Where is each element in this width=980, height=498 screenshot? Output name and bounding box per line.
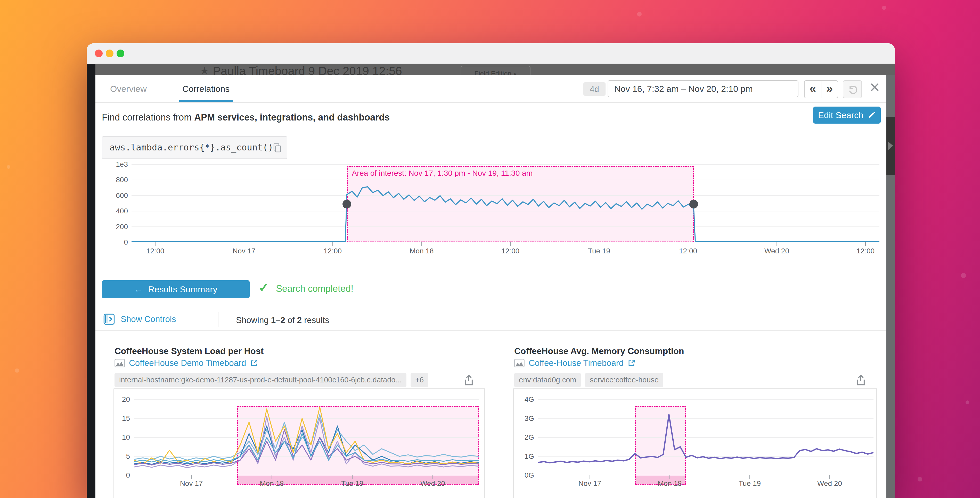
- divider: [95, 270, 886, 270]
- y-tick-label: 200: [103, 223, 128, 231]
- show-controls-link[interactable]: Show Controls: [103, 313, 176, 325]
- y-tick-label: 400: [103, 207, 128, 215]
- x-tick-label: 12:00: [856, 247, 875, 255]
- results-summary-button[interactable]: ← Results Summary: [102, 280, 250, 298]
- more-tags-pill[interactable]: +6: [410, 373, 428, 387]
- main-chart-tick-marks: [132, 242, 880, 246]
- bg-dot: [7, 165, 10, 169]
- showing-prefix: Showing: [236, 315, 271, 325]
- y-tick-label: 1e3: [103, 160, 128, 169]
- result-title: CoffeeHouse Avg. Memory Consumption: [514, 346, 684, 356]
- x-tick-label: Mon 18: [658, 479, 682, 488]
- external-link-icon[interactable]: [628, 359, 635, 367]
- tick-mark: [155, 242, 156, 246]
- x-tick-label: 12:00: [324, 247, 342, 255]
- x-tick-label: Tue 19: [588, 247, 610, 255]
- tag-pill[interactable]: env:datad0g.com: [514, 373, 581, 387]
- area-handle-left[interactable]: [342, 200, 351, 209]
- bg-dot: [15, 369, 19, 373]
- timeboard-icon: [514, 359, 525, 367]
- subtitle-prefix: Find correlations from: [102, 112, 194, 123]
- area-handle-right[interactable]: [689, 200, 698, 209]
- area-of-interest: [635, 406, 686, 485]
- tick-mark: [191, 475, 192, 479]
- y-tick-label: 15: [116, 415, 130, 422]
- tag-pill[interactable]: internal-hostname:gke-demo-11287-us-prod…: [115, 373, 406, 387]
- y-tick-label: 0G: [515, 472, 534, 479]
- area-of-interest[interactable]: Area of interest: Nov 17, 1:30 pm - Nov …: [347, 166, 694, 242]
- area-of-interest-label: Area of interest: Nov 17, 1:30 pm - Nov …: [352, 169, 533, 177]
- showing-total: 2: [297, 315, 302, 325]
- panel-toggle[interactable]: [886, 117, 895, 175]
- divider: [95, 330, 886, 331]
- time-forward-button[interactable]: »: [821, 81, 838, 98]
- panel-expand-arrow-icon: [888, 141, 893, 150]
- bg-dot: [966, 401, 969, 404]
- pencil-icon: [867, 111, 876, 119]
- window-titlebar: [87, 43, 895, 64]
- x-tick-label: Mon 18: [409, 247, 434, 255]
- subtitle-bold: APM services, integrations, and dashboar…: [194, 112, 390, 123]
- time-span-badge: 4d: [583, 82, 606, 96]
- y-tick-label: 600: [103, 192, 128, 200]
- close-icon[interactable]: ×: [870, 77, 880, 97]
- result-title: CoffeeHouse System Load per Host: [115, 346, 264, 356]
- undo-icon: [847, 84, 858, 95]
- x-tick-label: Nov 17: [579, 479, 601, 488]
- edit-search-button[interactable]: Edit Search: [813, 107, 881, 124]
- showing-mid: of: [285, 315, 297, 325]
- correlations-modal: Overview Correlations 4d Nov 16, 7:32 am…: [95, 75, 886, 498]
- time-range-input[interactable]: Nov 16, 7:32 am – Nov 20, 2:10 pm: [608, 80, 799, 97]
- minimize-traffic-light[interactable]: [106, 49, 113, 57]
- x-tick-label: 12:00: [146, 247, 164, 255]
- copy-icon[interactable]: [272, 142, 282, 154]
- query-pill: aws.lambda.errors{*}.as_count(): [102, 136, 287, 159]
- y-tick-label: 800: [103, 176, 128, 184]
- x-tick-label: Tue 19: [341, 479, 363, 488]
- area-of-interest: [237, 406, 479, 485]
- back-arrow-icon: ←: [134, 284, 143, 294]
- result-chart-2: 0G1G2G3G4G Nov 17Mon 18Tue 19Wed 20: [513, 388, 877, 498]
- x-tick-label: Wed 20: [764, 247, 789, 255]
- dashboard-link[interactable]: CoffeeHouse Demo Timeboard: [129, 358, 246, 368]
- tab-correlations[interactable]: Correlations: [179, 75, 232, 102]
- chart-x-axis: Nov 17Mon 18Tue 19Wed 20: [538, 479, 873, 488]
- show-controls-icon: [103, 313, 115, 325]
- x-tick-label: Mon 18: [260, 479, 284, 488]
- y-tick-label: 2G: [515, 434, 534, 441]
- time-shift-buttons: « »: [804, 80, 838, 98]
- dashboard-link-row: CoffeeHouse Demo Timeboard: [115, 358, 258, 369]
- browser-window: ★ Paulla Timeboard 9 Dec 2019 12:56 Fiel…: [87, 43, 895, 498]
- bg-dot: [882, 6, 886, 10]
- results-count-text: Showing 1–2 of 2 results: [236, 315, 329, 325]
- dashboard-link[interactable]: Coffee-House Timeboard: [529, 358, 624, 368]
- external-link-icon[interactable]: [250, 359, 258, 367]
- main-chart-y-axis: 02004006008001e3: [103, 164, 128, 242]
- time-back-button[interactable]: «: [805, 81, 821, 98]
- y-tick-label: 1G: [515, 453, 534, 460]
- x-tick-label: Nov 17: [180, 479, 203, 488]
- search-completed-text: Search completed!: [276, 283, 353, 294]
- page-header: ★ Paulla Timeboard 9 Dec 2019 12:56 Fiel…: [95, 64, 895, 75]
- tick-mark: [332, 242, 333, 246]
- chart-tick-marks: [134, 475, 479, 479]
- share-icon[interactable]: [855, 374, 867, 387]
- correlations-subtitle: Find correlations from APM services, int…: [102, 112, 390, 123]
- result-chart-1: 05101520 Nov 17Mon 18Tue 19Wed 20: [113, 388, 485, 498]
- tick-mark: [510, 242, 511, 246]
- y-tick-label: 10: [116, 434, 130, 441]
- close-traffic-light[interactable]: [95, 49, 103, 57]
- share-icon[interactable]: [463, 374, 474, 387]
- desktop-background: ★ Paulla Timeboard 9 Dec 2019 12:56 Fiel…: [0, 0, 980, 498]
- tag-row: env:datad0g.com service:coffee-house: [514, 373, 877, 388]
- time-reset-button[interactable]: [843, 80, 862, 98]
- bg-dot: [918, 477, 922, 482]
- tab-overview[interactable]: Overview: [107, 75, 150, 100]
- y-tick-label: 0: [103, 238, 128, 246]
- star-icon[interactable]: ★: [200, 65, 209, 77]
- zoom-traffic-light[interactable]: [116, 49, 124, 57]
- tick-mark: [865, 242, 866, 246]
- tick-mark: [749, 475, 750, 479]
- page-right-strip: [886, 75, 895, 498]
- tag-pill[interactable]: service:coffee-house: [585, 373, 663, 387]
